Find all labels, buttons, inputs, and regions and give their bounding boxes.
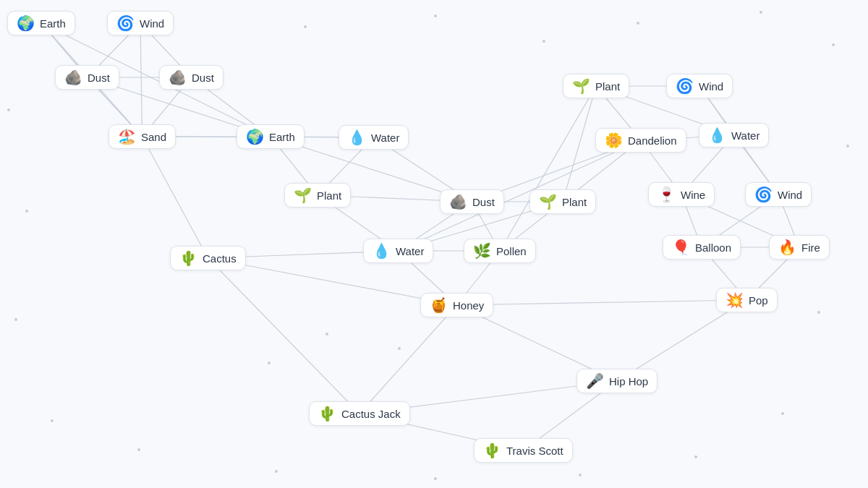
node-wind1[interactable]: 🌀Wind [107, 11, 174, 35]
node-plant2[interactable]: 🌱Plant [529, 189, 596, 214]
node-wine1[interactable]: 🍷Wine [648, 182, 715, 207]
node-pollen1[interactable]: 🌿Pollen [464, 239, 536, 263]
node-emoji-wine1: 🍷 [658, 187, 676, 202]
node-plant1[interactable]: 🌱Plant [284, 183, 351, 207]
node-earth1[interactable]: 🌍Earth [7, 11, 75, 35]
node-label-wind1: Wind [140, 17, 164, 30]
node-emoji-honey1: 🍯 [430, 298, 448, 312]
node-emoji-water3: 💧 [708, 128, 726, 142]
node-label-dust2: Dust [192, 72, 214, 84]
node-label-earth1: Earth [40, 17, 66, 30]
node-label-earth2: Earth [269, 131, 295, 143]
node-label-honey1: Honey [453, 299, 484, 312]
node-emoji-hiphop1: 🎤 [586, 374, 604, 388]
node-label-plant3: Plant [595, 80, 620, 93]
node-earth2[interactable]: 🌍Earth [237, 124, 305, 149]
connection-honey1-cactusjack1 [359, 305, 457, 414]
node-label-cactus1: Cactus [203, 252, 237, 265]
node-balloon1[interactable]: 🎈Balloon [663, 235, 741, 260]
node-water2[interactable]: 💧Water [363, 239, 433, 263]
node-wind2[interactable]: 🌀Wind [666, 74, 733, 98]
node-emoji-travisscott1: 🌵 [483, 443, 501, 458]
connection-honey1-pop1 [457, 300, 747, 305]
connection-cactus1-cactusjack1 [208, 258, 360, 414]
node-label-cactusjack1: Cactus Jack [341, 408, 401, 420]
node-label-pop1: Pop [749, 294, 768, 307]
node-emoji-cactusjack1: 🌵 [318, 406, 336, 421]
connection-sand1-cactus1 [142, 137, 208, 258]
connection-plant2-plant3 [563, 86, 596, 202]
node-water1[interactable]: 💧Water [339, 125, 409, 150]
node-water3[interactable]: 💧Water [699, 123, 769, 147]
node-label-plant2: Plant [562, 196, 587, 208]
node-dust2[interactable]: 🪨Dust [159, 65, 224, 90]
node-travisscott1[interactable]: 🌵Travis Scott [474, 438, 573, 463]
node-emoji-balloon1: 🎈 [672, 240, 690, 254]
node-dust3[interactable]: 🪨Dust [440, 189, 504, 214]
node-emoji-dandelion1: 🌼 [605, 133, 623, 147]
node-label-dandelion1: Dandelion [628, 134, 677, 147]
node-label-travisscott1: Travis Scott [506, 445, 563, 457]
node-emoji-dust2: 🪨 [169, 70, 187, 85]
node-hiphop1[interactable]: 🎤Hip Hop [576, 369, 658, 393]
node-label-dust1: Dust [88, 72, 110, 84]
node-label-hiphop1: Hip Hop [609, 375, 648, 388]
node-honey1[interactable]: 🍯Honey [420, 293, 493, 317]
node-cactus1[interactable]: 🌵Cactus [170, 246, 246, 270]
node-pop1[interactable]: 💥Pop [716, 288, 778, 312]
node-emoji-plant3: 🌱 [572, 79, 590, 93]
node-label-water1: Water [371, 132, 399, 144]
node-label-wind2: Wind [699, 80, 723, 93]
node-label-water3: Water [731, 129, 760, 142]
node-dust1[interactable]: 🪨Dust [55, 65, 119, 90]
node-emoji-earth2: 🌍 [246, 129, 264, 144]
node-emoji-plant1: 🌱 [294, 188, 312, 202]
node-emoji-wind2: 🌀 [676, 79, 694, 93]
node-emoji-water2: 💧 [373, 244, 391, 258]
node-label-balloon1: Balloon [695, 241, 731, 254]
node-emoji-dust3: 🪨 [449, 194, 467, 209]
node-dandelion1[interactable]: 🌼Dandelion [595, 128, 686, 153]
node-emoji-wind3: 🌀 [754, 187, 773, 202]
node-label-fire1: Fire [801, 241, 820, 254]
node-label-pollen1: Pollen [496, 245, 527, 257]
node-fire1[interactable]: 🔥Fire [769, 235, 830, 260]
node-plant3[interactable]: 🌱Plant [563, 74, 629, 98]
node-emoji-pop1: 💥 [726, 293, 744, 307]
node-emoji-dust1: 🪨 [64, 70, 82, 85]
node-label-dust3: Dust [472, 196, 495, 208]
connection-water2-dandelion1 [399, 140, 642, 251]
node-label-wine1: Wine [681, 189, 705, 201]
node-emoji-wind1: 🌀 [116, 16, 135, 30]
node-emoji-sand1: 🏖️ [118, 129, 136, 144]
node-wind3[interactable]: 🌀Wind [745, 182, 812, 207]
node-emoji-water1: 💧 [348, 130, 366, 145]
node-emoji-pollen1: 🌿 [473, 244, 491, 258]
node-emoji-cactus1: 🌵 [179, 251, 197, 265]
node-cactusjack1[interactable]: 🌵Cactus Jack [309, 401, 410, 426]
node-emoji-fire1: 🔥 [778, 240, 796, 254]
node-label-plant1: Plant [317, 189, 341, 202]
node-label-wind3: Wind [778, 189, 802, 201]
node-emoji-earth1: 🌍 [17, 16, 35, 30]
node-label-sand1: Sand [141, 131, 166, 143]
node-label-water2: Water [396, 245, 424, 257]
node-sand1[interactable]: 🏖️Sand [109, 124, 176, 149]
node-emoji-plant2: 🌱 [539, 194, 557, 209]
connection-wind1-sand1 [140, 23, 142, 137]
connection-pollen1-plant3 [500, 86, 596, 251]
